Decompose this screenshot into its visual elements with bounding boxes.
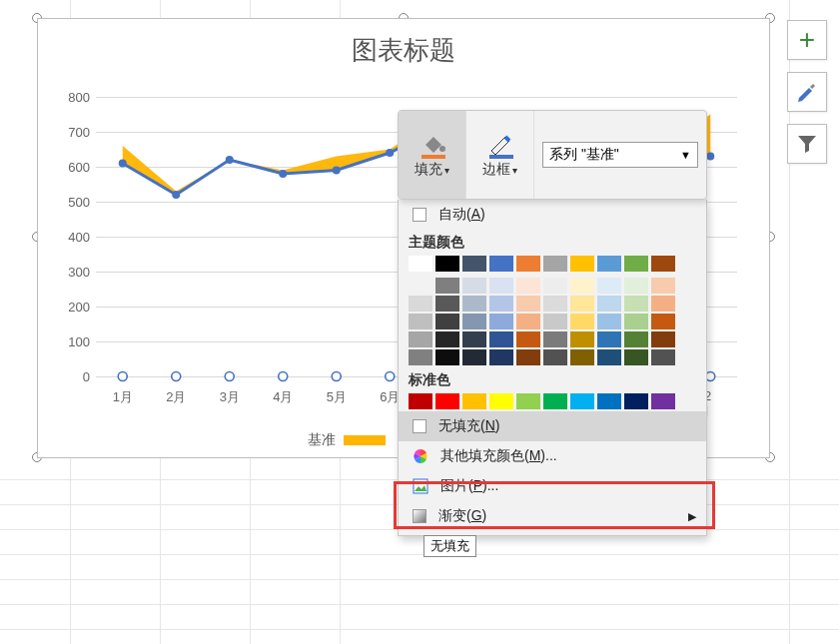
color-swatch[interactable]	[462, 278, 486, 294]
fill-automatic-item[interactable]: 自动(A)	[399, 200, 706, 230]
color-swatch[interactable]	[489, 296, 513, 312]
color-swatch[interactable]	[651, 278, 675, 294]
color-swatch[interactable]	[543, 349, 567, 365]
color-swatch[interactable]	[409, 331, 432, 347]
chart-elements-button[interactable]: +	[787, 20, 827, 60]
color-swatch[interactable]	[409, 349, 432, 365]
selection-marker	[332, 372, 341, 381]
color-swatch[interactable]	[409, 314, 432, 329]
color-swatch[interactable]	[651, 331, 675, 347]
color-swatch[interactable]	[543, 331, 567, 347]
color-swatch[interactable]	[570, 296, 594, 312]
color-swatch[interactable]	[489, 256, 513, 272]
color-swatch[interactable]	[516, 393, 540, 409]
color-swatch[interactable]	[597, 331, 621, 347]
color-swatch[interactable]	[624, 296, 648, 312]
color-swatch[interactable]	[651, 349, 675, 365]
color-swatch[interactable]	[409, 296, 432, 312]
color-swatch[interactable]	[543, 256, 567, 272]
color-swatch[interactable]	[409, 278, 432, 294]
color-swatch[interactable]	[516, 296, 540, 312]
gradient-fill-item[interactable]: 渐变(G) ▶	[399, 501, 706, 531]
color-swatch[interactable]	[462, 331, 486, 347]
color-swatch[interactable]	[597, 296, 621, 312]
color-swatch[interactable]	[409, 393, 432, 409]
color-swatch[interactable]	[462, 296, 486, 312]
color-swatch[interactable]	[570, 349, 594, 365]
series-marker[interactable]	[706, 153, 714, 161]
series-marker[interactable]	[386, 149, 394, 157]
color-swatch[interactable]	[597, 349, 621, 365]
color-swatch[interactable]	[435, 393, 459, 409]
color-swatch[interactable]	[651, 314, 675, 329]
color-swatch[interactable]	[489, 331, 513, 347]
color-swatch[interactable]	[435, 256, 459, 272]
color-swatch[interactable]	[624, 314, 648, 329]
no-fill-item[interactable]: 无填充(N)	[399, 411, 706, 441]
series-marker[interactable]	[119, 160, 127, 168]
color-swatch[interactable]	[597, 256, 621, 272]
color-swatch[interactable]	[435, 278, 459, 294]
color-swatch[interactable]	[570, 314, 594, 329]
outline-button[interactable]: 边框▾	[466, 111, 534, 199]
color-swatch[interactable]	[624, 393, 648, 409]
x-axis-tick: 2月	[166, 388, 186, 406]
filter-icon	[796, 133, 818, 155]
color-swatch[interactable]	[462, 256, 486, 272]
color-swatch[interactable]	[597, 314, 621, 329]
series-marker[interactable]	[279, 170, 287, 178]
color-swatch[interactable]	[516, 314, 540, 329]
color-swatch[interactable]	[462, 314, 486, 329]
picture-fill-item[interactable]: 图片(P)...	[399, 471, 706, 501]
color-swatch[interactable]	[435, 296, 459, 312]
color-swatch[interactable]	[516, 256, 540, 272]
series-marker[interactable]	[333, 167, 341, 175]
color-swatch[interactable]	[489, 349, 513, 365]
color-wheel-icon	[413, 448, 428, 464]
color-swatch[interactable]	[516, 331, 540, 347]
series-marker[interactable]	[172, 191, 180, 199]
color-swatch[interactable]	[409, 256, 432, 272]
color-swatch[interactable]	[462, 349, 486, 365]
color-swatch[interactable]	[516, 278, 540, 294]
color-swatch[interactable]	[543, 314, 567, 329]
color-swatch[interactable]	[543, 393, 567, 409]
color-swatch[interactable]	[624, 331, 648, 347]
color-swatch[interactable]	[570, 331, 594, 347]
color-swatch[interactable]	[543, 278, 567, 294]
color-swatch[interactable]	[489, 393, 513, 409]
selection-marker	[706, 372, 715, 381]
plus-icon: +	[799, 26, 815, 54]
color-swatch[interactable]	[597, 278, 621, 294]
color-swatch[interactable]	[570, 278, 594, 294]
color-swatch[interactable]	[489, 278, 513, 294]
color-swatch[interactable]	[651, 296, 675, 312]
color-swatch[interactable]	[435, 331, 459, 347]
color-swatch[interactable]	[624, 278, 648, 294]
color-swatch[interactable]	[435, 314, 459, 329]
color-swatch[interactable]	[462, 393, 486, 409]
color-swatch[interactable]	[516, 349, 540, 365]
color-swatch[interactable]	[570, 393, 594, 409]
selection-marker	[386, 372, 395, 381]
more-fill-colors-item[interactable]: 其他填充颜色(M)...	[399, 441, 706, 471]
series-combobox[interactable]: 系列 "基准" ▼	[542, 142, 698, 168]
color-swatch[interactable]	[651, 393, 675, 409]
fill-button[interactable]: 填充▾	[399, 111, 466, 199]
color-swatch[interactable]	[651, 256, 675, 272]
color-swatch[interactable]	[624, 256, 648, 272]
color-swatch[interactable]	[489, 314, 513, 329]
color-swatch[interactable]	[570, 256, 594, 272]
x-axis-tick: 5月	[327, 388, 347, 406]
color-swatch[interactable]	[597, 393, 621, 409]
chart-title[interactable]: 图表标题	[38, 19, 769, 74]
selection-marker	[225, 372, 234, 381]
x-axis-tick: 4月	[273, 388, 293, 406]
series-marker[interactable]	[226, 156, 234, 164]
color-swatch[interactable]	[543, 296, 567, 312]
legend-item-baseline[interactable]: 基准	[308, 431, 392, 449]
chart-styles-button[interactable]	[787, 72, 827, 112]
chart-filters-button[interactable]	[787, 124, 827, 164]
color-swatch[interactable]	[435, 349, 459, 365]
color-swatch[interactable]	[624, 349, 648, 365]
